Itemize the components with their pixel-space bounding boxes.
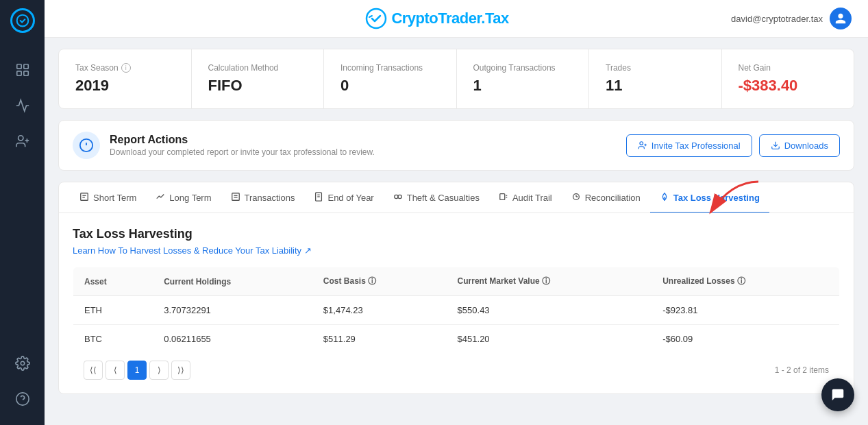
reconciliation-icon	[571, 192, 581, 204]
cell-asset: BTC	[73, 325, 153, 354]
page-last-button[interactable]: ⟩⟩	[171, 361, 190, 380]
page-first-button[interactable]: ⟨⟨	[84, 361, 103, 380]
page-1-button[interactable]: 1	[127, 361, 147, 380]
svg-rect-2	[16, 71, 21, 75]
stat-net-gain: Net Gain -$383.40	[722, 49, 854, 108]
main-content: CryptoTrader.Tax david@cryptotrader.tax …	[45, 0, 868, 425]
tax-season-info-icon[interactable]: i	[121, 63, 131, 73]
stat-trades-label: Trades	[606, 63, 705, 73]
sidebar-item-analytics[interactable]	[8, 90, 38, 121]
col-unrealized-losses: Unrealized Losses ⓘ	[652, 267, 839, 296]
page-prev-button[interactable]: ⟨	[106, 361, 125, 380]
stat-tax-season-value: 2019	[75, 77, 175, 95]
table-row: BTC 0.06211655 $511.29 $451.20 -$60.09	[73, 325, 840, 354]
report-actions-info: Report Actions Download your completed r…	[73, 132, 375, 159]
pagination: ⟨⟨ ⟨ 1 ⟩ ⟩⟩ 1 - 2 of 2 items	[73, 354, 840, 382]
cell-unrealized-losses: -$60.09	[652, 325, 839, 354]
report-actions-text: Report Actions Download your completed r…	[110, 134, 375, 157]
svg-point-10	[367, 9, 386, 28]
cell-market-value: $550.43	[447, 296, 652, 325]
sidebar-item-settings[interactable]	[8, 348, 38, 378]
svg-point-8	[16, 393, 28, 405]
report-actions-title: Report Actions	[110, 134, 375, 146]
report-actions-header: Report Actions Download your completed r…	[59, 121, 854, 170]
stat-calc-method-value: FIFO	[208, 77, 308, 95]
tab-transactions[interactable]: Transactions	[221, 182, 305, 213]
stat-calc-method: Calculation Method FIFO	[192, 49, 325, 108]
stat-trades-value: 11	[606, 77, 705, 95]
svg-rect-3	[23, 71, 27, 75]
user-avatar[interactable]	[830, 8, 852, 29]
cell-cost-basis: $1,474.23	[312, 296, 447, 325]
cell-asset: ETH	[73, 296, 153, 325]
tax-loss-harvesting-content: Tax Loss Harvesting Learn How To Harvest…	[59, 213, 854, 393]
report-actions-subtitle: Download your completed report or invite…	[110, 147, 375, 157]
top-header: CryptoTrader.Tax david@cryptotrader.tax	[45, 0, 868, 38]
section-title: Tax Loss Harvesting	[73, 227, 840, 241]
report-icon	[73, 132, 100, 159]
tab-long-term[interactable]: Long Term	[146, 182, 221, 213]
col-holdings: Current Holdings	[153, 267, 312, 296]
tab-audit-trail[interactable]: Audit Trail	[489, 182, 562, 213]
page-info: 1 - 2 of 2 items	[775, 365, 829, 375]
user-area: david@cryptotrader.tax	[731, 8, 852, 29]
page-next-button[interactable]: ⟩	[149, 361, 169, 380]
sidebar-item-dashboard[interactable]	[8, 55, 38, 85]
sidebar-item-users[interactable]	[8, 126, 38, 156]
tab-theft-casualties[interactable]: Theft & Casualties	[384, 182, 489, 213]
svg-point-14	[640, 142, 643, 145]
col-asset: Asset	[73, 267, 153, 296]
stat-tax-season: Tax Season i 2019	[59, 49, 192, 108]
svg-rect-1	[23, 64, 27, 69]
tabs-header: Short Term Long Term Transactions	[59, 182, 854, 213]
svg-rect-22	[232, 193, 239, 201]
chat-bubble[interactable]	[821, 378, 854, 411]
svg-point-7	[21, 361, 25, 365]
report-actions-card: Report Actions Download your completed r…	[58, 120, 854, 171]
cell-unrealized-losses: -$923.81	[652, 296, 839, 325]
report-actions-buttons: Invite Tax Professional Downloads	[626, 134, 840, 157]
tab-end-of-year[interactable]: End of Year	[304, 182, 383, 213]
logo-text: CryptoTrader.Tax	[391, 10, 508, 27]
table-row: ETH 3.70732291 $1,474.23 $550.43 -$923.8…	[73, 296, 840, 325]
end-of-year-icon	[314, 192, 323, 204]
theft-icon	[393, 192, 403, 204]
download-icon	[771, 141, 780, 150]
svg-rect-19	[81, 193, 88, 201]
tax-loss-table: Asset Current Holdings Cost Basis ⓘ Curr…	[73, 267, 840, 354]
sidebar-logo[interactable]	[0, 0, 45, 41]
cell-holdings: 0.06211655	[153, 325, 312, 354]
stat-trades: Trades 11	[589, 49, 722, 108]
cell-cost-basis: $511.29	[312, 325, 447, 354]
svg-point-4	[18, 136, 23, 141]
table-header-row: Asset Current Holdings Cost Basis ⓘ Curr…	[73, 267, 840, 296]
col-market-value: Current Market Value ⓘ	[447, 267, 652, 296]
stat-incoming-value: 0	[340, 77, 440, 95]
stat-outgoing: Outgoing Transactions 1	[457, 49, 590, 108]
tabs-container: Short Term Long Term Transactions	[58, 182, 854, 394]
svg-point-29	[398, 195, 401, 198]
downloads-button[interactable]: Downloads	[759, 134, 840, 157]
tab-reconciliation[interactable]: Reconciliation	[562, 182, 650, 213]
invite-tax-professional-button[interactable]: Invite Tax Professional	[626, 134, 752, 157]
tax-loss-icon	[660, 192, 669, 204]
transactions-icon	[231, 192, 240, 204]
tab-tax-loss-harvesting[interactable]: Tax Loss Harvesting	[650, 182, 769, 213]
app-logo: CryptoTrader.Tax	[365, 8, 508, 29]
harvest-link[interactable]: Learn How To Harvest Losses & Reduce You…	[73, 245, 840, 256]
stat-outgoing-label: Outgoing Transactions	[473, 63, 573, 73]
stats-card: Tax Season i 2019 Calculation Method FIF…	[58, 49, 854, 109]
stat-incoming-label: Incoming Transactions	[340, 63, 440, 73]
sidebar-item-help[interactable]	[8, 384, 38, 414]
pagination-controls: ⟨⟨ ⟨ 1 ⟩ ⟩⟩	[84, 361, 190, 380]
stat-calc-method-label: Calculation Method	[208, 63, 308, 73]
long-term-icon	[156, 192, 165, 204]
audit-icon	[499, 192, 508, 204]
cell-market-value: $451.20	[447, 325, 652, 354]
short-term-icon	[79, 192, 89, 204]
col-cost-basis: Cost Basis ⓘ	[312, 267, 447, 296]
cell-holdings: 3.70732291	[153, 296, 312, 325]
tab-short-term[interactable]: Short Term	[70, 182, 146, 213]
sidebar-bottom	[8, 348, 38, 425]
svg-rect-0	[16, 64, 21, 69]
